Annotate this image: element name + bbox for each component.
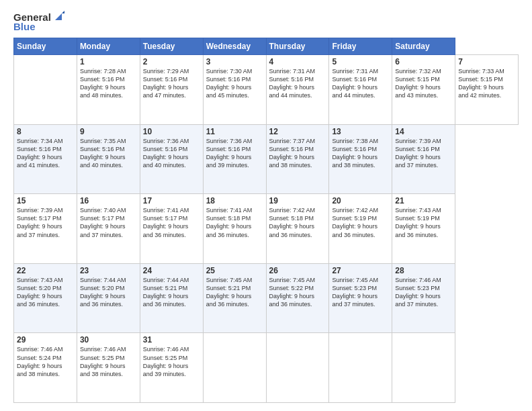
cell-info: Sunrise: 7:46 AMSunset: 5:24 PMDaylight:… (17, 346, 63, 377)
cell-info: Sunrise: 7:39 AMSunset: 5:16 PMDaylight:… (395, 138, 441, 169)
day-number: 14 (395, 127, 452, 136)
day-number: 11 (206, 127, 263, 136)
cell-info: Sunrise: 7:43 AMSunset: 5:20 PMDaylight:… (17, 277, 63, 308)
calendar-cell: 24Sunrise: 7:44 AMSunset: 5:21 PMDayligh… (140, 263, 203, 333)
day-number: 15 (17, 196, 74, 205)
logo: General Blue (13, 11, 64, 32)
calendar-cell: 18Sunrise: 7:41 AMSunset: 5:18 PMDayligh… (203, 194, 266, 264)
day-number: 8 (17, 127, 74, 136)
calendar-cell: 31Sunrise: 7:46 AMSunset: 5:25 PMDayligh… (140, 333, 203, 403)
day-number: 2 (143, 57, 200, 66)
day-number: 1 (80, 57, 137, 66)
cell-info: Sunrise: 7:41 AMSunset: 5:18 PMDaylight:… (206, 207, 253, 238)
calendar-cell: 23Sunrise: 7:44 AMSunset: 5:20 PMDayligh… (77, 263, 140, 333)
calendar-week-0: 1Sunrise: 7:28 AMSunset: 5:16 PMDaylight… (14, 55, 519, 125)
day-number: 21 (395, 196, 452, 205)
calendar-cell: 9Sunrise: 7:35 AMSunset: 5:16 PMDaylight… (77, 124, 140, 194)
cell-info: Sunrise: 7:42 AMSunset: 5:19 PMDaylight:… (332, 207, 378, 238)
day-number: 26 (269, 266, 326, 275)
cell-info: Sunrise: 7:38 AMSunset: 5:16 PMDaylight:… (332, 138, 378, 169)
day-number: 31 (143, 335, 200, 345)
calendar-cell: 25Sunrise: 7:45 AMSunset: 5:21 PMDayligh… (203, 263, 266, 333)
day-number: 22 (17, 266, 74, 275)
day-number: 17 (143, 196, 200, 205)
cell-info: Sunrise: 7:43 AMSunset: 5:19 PMDaylight:… (395, 207, 441, 238)
day-number: 9 (80, 127, 137, 136)
calendar-cell: 4Sunrise: 7:31 AMSunset: 5:16 PMDaylight… (266, 55, 329, 125)
calendar-cell (329, 333, 392, 403)
cell-info: Sunrise: 7:45 AMSunset: 5:22 PMDaylight:… (269, 277, 316, 308)
logo-wordmark: General Blue (13, 11, 64, 32)
cell-info: Sunrise: 7:44 AMSunset: 5:20 PMDaylight:… (80, 277, 126, 308)
calendar-week-2: 15Sunrise: 7:39 AMSunset: 5:17 PMDayligh… (14, 194, 519, 264)
calendar-cell: 1Sunrise: 7:28 AMSunset: 5:16 PMDaylight… (77, 55, 140, 125)
calendar-cell (14, 55, 77, 125)
logo-triangle-icon (52, 11, 64, 23)
calendar-cell: 29Sunrise: 7:46 AMSunset: 5:24 PMDayligh… (14, 333, 77, 403)
cell-info: Sunrise: 7:42 AMSunset: 5:18 PMDaylight:… (269, 207, 316, 238)
day-number: 18 (206, 196, 263, 205)
day-number: 7 (458, 57, 515, 66)
logo-blue: Blue (13, 21, 36, 32)
calendar-table: SundayMondayTuesdayWednesdayThursdayFrid… (13, 38, 519, 403)
calendar-cell: 30Sunrise: 7:46 AMSunset: 5:25 PMDayligh… (77, 333, 140, 403)
column-header-friday: Friday (329, 38, 392, 55)
calendar-cell: 17Sunrise: 7:41 AMSunset: 5:17 PMDayligh… (140, 194, 203, 264)
day-number: 30 (80, 335, 137, 345)
cell-info: Sunrise: 7:40 AMSunset: 5:17 PMDaylight:… (80, 207, 126, 238)
day-number: 16 (80, 196, 137, 205)
day-number: 20 (332, 196, 389, 205)
day-number: 29 (17, 335, 74, 345)
column-header-thursday: Thursday (266, 38, 329, 55)
day-number: 12 (269, 127, 326, 136)
day-number: 5 (332, 57, 389, 66)
calendar-cell (392, 333, 455, 403)
cell-info: Sunrise: 7:34 AMSunset: 5:16 PMDaylight:… (17, 138, 63, 169)
column-header-wednesday: Wednesday (203, 38, 266, 55)
calendar-week-1: 8Sunrise: 7:34 AMSunset: 5:16 PMDaylight… (14, 124, 519, 194)
calendar-cell: 20Sunrise: 7:42 AMSunset: 5:19 PMDayligh… (329, 194, 392, 264)
cell-info: Sunrise: 7:36 AMSunset: 5:16 PMDaylight:… (206, 138, 253, 169)
day-number: 19 (269, 196, 326, 205)
calendar-week-3: 22Sunrise: 7:43 AMSunset: 5:20 PMDayligh… (14, 263, 519, 333)
cell-info: Sunrise: 7:35 AMSunset: 5:16 PMDaylight:… (80, 138, 126, 169)
day-number: 13 (332, 127, 389, 136)
day-number: 23 (80, 266, 137, 275)
cell-info: Sunrise: 7:46 AMSunset: 5:25 PMDaylight:… (80, 346, 126, 377)
calendar-cell (203, 333, 266, 403)
cell-info: Sunrise: 7:33 AMSunset: 5:15 PMDaylight:… (458, 68, 504, 99)
calendar-cell: 27Sunrise: 7:45 AMSunset: 5:23 PMDayligh… (329, 263, 392, 333)
day-number: 3 (206, 57, 263, 66)
cell-info: Sunrise: 7:41 AMSunset: 5:17 PMDaylight:… (143, 207, 189, 238)
calendar-cell: 2Sunrise: 7:29 AMSunset: 5:16 PMDaylight… (140, 55, 203, 125)
calendar-cell: 16Sunrise: 7:40 AMSunset: 5:17 PMDayligh… (77, 194, 140, 264)
header: General Blue (13, 11, 519, 32)
calendar-header-row: SundayMondayTuesdayWednesdayThursdayFrid… (14, 38, 519, 55)
calendar-cell: 3Sunrise: 7:30 AMSunset: 5:16 PMDaylight… (203, 55, 266, 125)
day-number: 10 (143, 127, 200, 136)
cell-info: Sunrise: 7:46 AMSunset: 5:23 PMDaylight:… (395, 277, 441, 308)
calendar-cell: 5Sunrise: 7:31 AMSunset: 5:16 PMDaylight… (329, 55, 392, 125)
column-header-tuesday: Tuesday (140, 38, 203, 55)
day-number: 6 (395, 57, 452, 66)
cell-info: Sunrise: 7:36 AMSunset: 5:16 PMDaylight:… (143, 138, 189, 169)
calendar-week-4: 29Sunrise: 7:46 AMSunset: 5:24 PMDayligh… (14, 333, 519, 403)
cell-info: Sunrise: 7:32 AMSunset: 5:15 PMDaylight:… (395, 68, 441, 99)
calendar-cell: 12Sunrise: 7:37 AMSunset: 5:16 PMDayligh… (266, 124, 329, 194)
cell-info: Sunrise: 7:39 AMSunset: 5:17 PMDaylight:… (17, 207, 63, 238)
cell-info: Sunrise: 7:28 AMSunset: 5:16 PMDaylight:… (80, 68, 126, 99)
column-header-sunday: Sunday (14, 38, 77, 55)
calendar-cell: 7Sunrise: 7:33 AMSunset: 5:15 PMDaylight… (455, 55, 519, 125)
column-header-saturday: Saturday (392, 38, 455, 55)
calendar-cell: 10Sunrise: 7:36 AMSunset: 5:16 PMDayligh… (140, 124, 203, 194)
cell-info: Sunrise: 7:31 AMSunset: 5:16 PMDaylight:… (269, 68, 316, 99)
calendar-cell: 22Sunrise: 7:43 AMSunset: 5:20 PMDayligh… (14, 263, 77, 333)
calendar-body: 1Sunrise: 7:28 AMSunset: 5:16 PMDaylight… (14, 55, 519, 403)
calendar-cell: 15Sunrise: 7:39 AMSunset: 5:17 PMDayligh… (14, 194, 77, 264)
cell-info: Sunrise: 7:29 AMSunset: 5:16 PMDaylight:… (143, 68, 189, 99)
cell-info: Sunrise: 7:45 AMSunset: 5:23 PMDaylight:… (332, 277, 378, 308)
day-number: 28 (395, 266, 452, 275)
calendar-cell: 28Sunrise: 7:46 AMSunset: 5:23 PMDayligh… (392, 263, 455, 333)
svg-marker-0 (55, 13, 62, 20)
calendar-cell: 11Sunrise: 7:36 AMSunset: 5:16 PMDayligh… (203, 124, 266, 194)
